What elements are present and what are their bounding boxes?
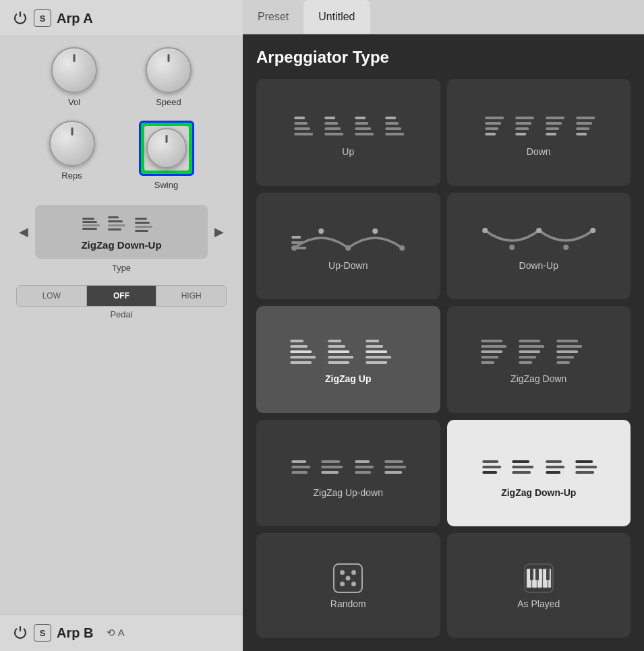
- arp-cell-zigzagdownup[interactable]: ZigZag Down-Up: [447, 420, 631, 527]
- svg-rect-30: [485, 127, 498, 130]
- svg-rect-82: [519, 356, 536, 359]
- svg-rect-9: [135, 222, 150, 224]
- svg-rect-40: [576, 117, 595, 119]
- svg-rect-95: [355, 471, 371, 474]
- svg-point-50: [318, 228, 324, 234]
- svg-rect-88: [556, 361, 570, 364]
- piano-icon: [524, 563, 554, 593]
- svg-rect-0: [82, 218, 94, 220]
- svg-rect-101: [482, 460, 498, 463]
- svg-rect-11: [135, 230, 148, 232]
- svg-rect-99: [384, 466, 406, 468]
- svg-rect-102: [482, 466, 501, 468]
- svg-rect-70: [365, 356, 391, 359]
- svg-point-49: [291, 245, 297, 251]
- arp-cell-zigzagup[interactable]: ZigZag Up: [256, 306, 440, 413]
- svg-rect-18: [324, 122, 338, 125]
- pedal-label: Pedal: [16, 309, 227, 319]
- svg-rect-42: [576, 127, 589, 130]
- power-icon[interactable]: [12, 10, 28, 26]
- svg-rect-112: [575, 460, 593, 463]
- arp-b-s-button[interactable]: S: [34, 624, 51, 642]
- svg-rect-67: [328, 345, 345, 348]
- svg-rect-76: [481, 350, 502, 353]
- tab-preset[interactable]: Preset: [243, 0, 303, 34]
- arp-cell-zigzagdown[interactable]: ZigZag Down: [447, 306, 631, 413]
- svg-rect-107: [546, 460, 562, 463]
- arp-b-title: Arp B: [57, 625, 93, 641]
- svg-rect-90: [291, 466, 310, 468]
- svg-rect-78: [481, 361, 494, 364]
- svg-rect-108: [546, 466, 564, 468]
- svg-point-53: [399, 245, 405, 251]
- svg-rect-96: [355, 466, 374, 468]
- pedal-buttons: LOW OFF HIGH: [16, 285, 227, 307]
- arp-cell-random[interactable]: Random: [256, 533, 440, 638]
- svg-rect-97: [355, 460, 370, 463]
- downup-pattern-vis: [452, 222, 626, 255]
- svg-rect-93: [321, 466, 343, 468]
- arp-cell-zigzagupdown[interactable]: ZigZag Up-down: [256, 420, 440, 527]
- svg-rect-4: [108, 216, 119, 218]
- type-prev-button[interactable]: ◀: [16, 222, 31, 242]
- down-pattern-vis: [452, 108, 626, 141]
- svg-rect-1: [82, 221, 97, 223]
- arp-cell-down[interactable]: Down: [447, 79, 631, 186]
- pedal-low-button[interactable]: LOW: [17, 286, 87, 306]
- swing-knob[interactable]: [146, 128, 187, 168]
- reps-knob[interactable]: [49, 121, 95, 166]
- speed-knob[interactable]: [146, 47, 192, 93]
- copy-a-icon[interactable]: ⟲ A: [107, 627, 124, 639]
- pedal-high-button[interactable]: HIGH: [156, 286, 226, 306]
- tab-untitled[interactable]: Untitled: [303, 0, 370, 34]
- left-header: S Arp A: [0, 0, 243, 35]
- svg-rect-65: [328, 356, 353, 359]
- speed-label: Speed: [156, 97, 181, 107]
- arp-b-power-icon[interactable]: [12, 625, 28, 641]
- svg-rect-79: [519, 340, 540, 342]
- vol-knob-group: Vol: [51, 47, 97, 107]
- arp-label-random: Random: [330, 598, 366, 609]
- type-display: ZigZag Down-Up: [35, 205, 208, 259]
- svg-rect-59: [290, 361, 312, 364]
- left-panel: S Arp A Vol Speed Reps: [0, 0, 243, 651]
- svg-rect-73: [365, 340, 379, 342]
- svg-rect-12: [294, 133, 313, 135]
- svg-rect-36: [546, 117, 564, 119]
- svg-rect-60: [290, 356, 316, 359]
- arp-a-title: Arp A: [57, 11, 93, 26]
- svg-rect-98: [384, 460, 403, 463]
- svg-rect-10: [135, 226, 152, 228]
- pedal-off-button[interactable]: OFF: [87, 286, 157, 306]
- svg-rect-118: [530, 569, 533, 580]
- swing-highlight: [139, 121, 194, 176]
- svg-rect-21: [355, 127, 371, 130]
- svg-rect-68: [328, 340, 341, 342]
- svg-rect-109: [546, 471, 560, 474]
- arp-cell-up[interactable]: Up: [256, 79, 440, 186]
- svg-rect-74: [481, 340, 502, 342]
- reps-knob-group: Reps: [49, 121, 95, 190]
- vol-knob[interactable]: [51, 47, 97, 93]
- svg-rect-33: [515, 122, 531, 125]
- svg-rect-100: [384, 471, 402, 474]
- s-button[interactable]: S: [34, 9, 51, 27]
- svg-rect-77: [481, 356, 498, 359]
- arp-label-updown: Up-Down: [328, 260, 368, 271]
- svg-point-51: [345, 245, 351, 251]
- svg-rect-20: [355, 133, 374, 135]
- svg-rect-66: [328, 350, 349, 353]
- arp-cell-updown[interactable]: Up-Down: [256, 193, 440, 300]
- svg-rect-89: [291, 471, 308, 474]
- svg-rect-72: [365, 345, 383, 348]
- type-next-button[interactable]: ▶: [212, 222, 227, 242]
- svg-rect-91: [291, 460, 306, 463]
- swing-knob-group: Swing: [139, 121, 194, 190]
- svg-rect-16: [324, 133, 343, 135]
- arp-cell-downup[interactable]: Down-Up: [447, 193, 631, 300]
- svg-rect-22: [355, 122, 368, 125]
- arp-cell-asplayed[interactable]: As Played: [447, 533, 631, 638]
- type-section-label: Type: [16, 263, 227, 273]
- speed-knob-group: Speed: [146, 47, 192, 107]
- main-container: S Arp A Vol Speed Reps: [0, 0, 644, 651]
